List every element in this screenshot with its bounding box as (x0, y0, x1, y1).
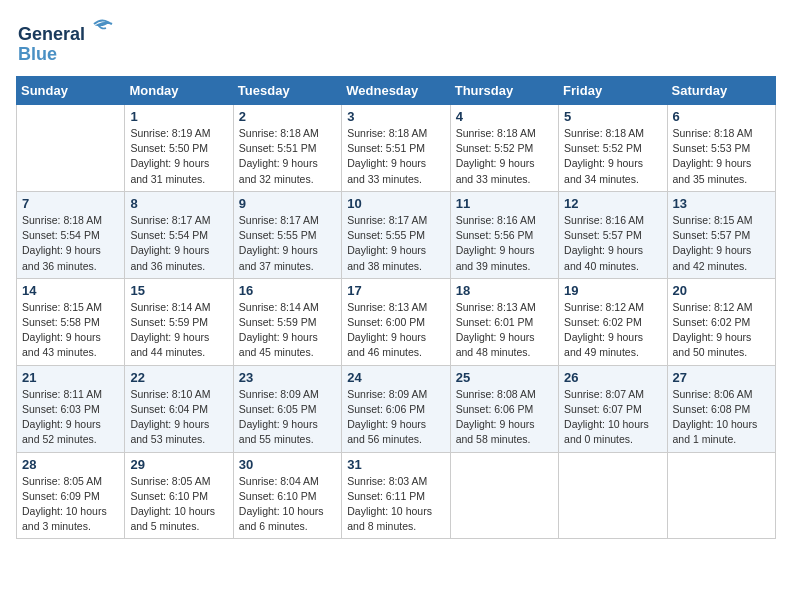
day-info: Sunrise: 8:18 AMSunset: 5:52 PMDaylight:… (456, 126, 553, 187)
day-number: 21 (22, 370, 119, 385)
day-number: 17 (347, 283, 444, 298)
cell-w4-d6: 26Sunrise: 8:07 AMSunset: 6:07 PMDayligh… (559, 365, 667, 452)
cell-w1-d1 (17, 105, 125, 192)
logo: General Blue (16, 16, 126, 68)
day-info: Sunrise: 8:18 AMSunset: 5:51 PMDaylight:… (239, 126, 336, 187)
day-number: 2 (239, 109, 336, 124)
day-info: Sunrise: 8:13 AMSunset: 6:01 PMDaylight:… (456, 300, 553, 361)
day-info: Sunrise: 8:18 AMSunset: 5:52 PMDaylight:… (564, 126, 661, 187)
day-number: 11 (456, 196, 553, 211)
week-row-3: 14Sunrise: 8:15 AMSunset: 5:58 PMDayligh… (17, 278, 776, 365)
cell-w2-d1: 7Sunrise: 8:18 AMSunset: 5:54 PMDaylight… (17, 191, 125, 278)
cell-w3-d4: 17Sunrise: 8:13 AMSunset: 6:00 PMDayligh… (342, 278, 450, 365)
day-info: Sunrise: 8:17 AMSunset: 5:55 PMDaylight:… (347, 213, 444, 274)
day-info: Sunrise: 8:19 AMSunset: 5:50 PMDaylight:… (130, 126, 227, 187)
day-number: 18 (456, 283, 553, 298)
header-tuesday: Tuesday (233, 77, 341, 105)
day-info: Sunrise: 8:12 AMSunset: 6:02 PMDaylight:… (564, 300, 661, 361)
cell-w3-d3: 16Sunrise: 8:14 AMSunset: 5:59 PMDayligh… (233, 278, 341, 365)
day-info: Sunrise: 8:05 AMSunset: 6:09 PMDaylight:… (22, 474, 119, 535)
cell-w2-d4: 10Sunrise: 8:17 AMSunset: 5:55 PMDayligh… (342, 191, 450, 278)
logo-svg: General Blue (16, 16, 126, 68)
day-number: 15 (130, 283, 227, 298)
week-row-2: 7Sunrise: 8:18 AMSunset: 5:54 PMDaylight… (17, 191, 776, 278)
cell-w5-d2: 29Sunrise: 8:05 AMSunset: 6:10 PMDayligh… (125, 452, 233, 539)
cell-w2-d7: 13Sunrise: 8:15 AMSunset: 5:57 PMDayligh… (667, 191, 775, 278)
header-saturday: Saturday (667, 77, 775, 105)
day-number: 30 (239, 457, 336, 472)
day-number: 27 (673, 370, 770, 385)
day-number: 12 (564, 196, 661, 211)
day-info: Sunrise: 8:18 AMSunset: 5:53 PMDaylight:… (673, 126, 770, 187)
day-number: 23 (239, 370, 336, 385)
day-number: 9 (239, 196, 336, 211)
day-info: Sunrise: 8:09 AMSunset: 6:05 PMDaylight:… (239, 387, 336, 448)
cell-w4-d7: 27Sunrise: 8:06 AMSunset: 6:08 PMDayligh… (667, 365, 775, 452)
cell-w4-d1: 21Sunrise: 8:11 AMSunset: 6:03 PMDayligh… (17, 365, 125, 452)
day-info: Sunrise: 8:16 AMSunset: 5:56 PMDaylight:… (456, 213, 553, 274)
header-sunday: Sunday (17, 77, 125, 105)
day-number: 1 (130, 109, 227, 124)
day-number: 24 (347, 370, 444, 385)
day-number: 22 (130, 370, 227, 385)
cell-w4-d4: 24Sunrise: 8:09 AMSunset: 6:06 PMDayligh… (342, 365, 450, 452)
week-row-1: 1Sunrise: 8:19 AMSunset: 5:50 PMDaylight… (17, 105, 776, 192)
day-number: 6 (673, 109, 770, 124)
cell-w2-d6: 12Sunrise: 8:16 AMSunset: 5:57 PMDayligh… (559, 191, 667, 278)
cell-w5-d4: 31Sunrise: 8:03 AMSunset: 6:11 PMDayligh… (342, 452, 450, 539)
cell-w1-d5: 4Sunrise: 8:18 AMSunset: 5:52 PMDaylight… (450, 105, 558, 192)
cell-w1-d4: 3Sunrise: 8:18 AMSunset: 5:51 PMDaylight… (342, 105, 450, 192)
day-number: 26 (564, 370, 661, 385)
cell-w2-d3: 9Sunrise: 8:17 AMSunset: 5:55 PMDaylight… (233, 191, 341, 278)
day-number: 7 (22, 196, 119, 211)
day-number: 10 (347, 196, 444, 211)
day-info: Sunrise: 8:17 AMSunset: 5:55 PMDaylight:… (239, 213, 336, 274)
cell-w5-d1: 28Sunrise: 8:05 AMSunset: 6:09 PMDayligh… (17, 452, 125, 539)
week-row-5: 28Sunrise: 8:05 AMSunset: 6:09 PMDayligh… (17, 452, 776, 539)
day-number: 14 (22, 283, 119, 298)
day-number: 31 (347, 457, 444, 472)
cell-w4-d5: 25Sunrise: 8:08 AMSunset: 6:06 PMDayligh… (450, 365, 558, 452)
day-info: Sunrise: 8:14 AMSunset: 5:59 PMDaylight:… (130, 300, 227, 361)
day-info: Sunrise: 8:17 AMSunset: 5:54 PMDaylight:… (130, 213, 227, 274)
cell-w3-d7: 20Sunrise: 8:12 AMSunset: 6:02 PMDayligh… (667, 278, 775, 365)
day-number: 19 (564, 283, 661, 298)
cell-w1-d6: 5Sunrise: 8:18 AMSunset: 5:52 PMDaylight… (559, 105, 667, 192)
cell-w5-d7 (667, 452, 775, 539)
day-number: 29 (130, 457, 227, 472)
cell-w1-d7: 6Sunrise: 8:18 AMSunset: 5:53 PMDaylight… (667, 105, 775, 192)
calendar-table: SundayMondayTuesdayWednesdayThursdayFrid… (16, 76, 776, 539)
day-info: Sunrise: 8:05 AMSunset: 6:10 PMDaylight:… (130, 474, 227, 535)
cell-w3-d5: 18Sunrise: 8:13 AMSunset: 6:01 PMDayligh… (450, 278, 558, 365)
svg-text:General: General (18, 24, 85, 44)
day-info: Sunrise: 8:04 AMSunset: 6:10 PMDaylight:… (239, 474, 336, 535)
day-number: 20 (673, 283, 770, 298)
cell-w2-d2: 8Sunrise: 8:17 AMSunset: 5:54 PMDaylight… (125, 191, 233, 278)
day-number: 28 (22, 457, 119, 472)
day-info: Sunrise: 8:16 AMSunset: 5:57 PMDaylight:… (564, 213, 661, 274)
day-info: Sunrise: 8:13 AMSunset: 6:00 PMDaylight:… (347, 300, 444, 361)
cell-w3-d1: 14Sunrise: 8:15 AMSunset: 5:58 PMDayligh… (17, 278, 125, 365)
cell-w1-d2: 1Sunrise: 8:19 AMSunset: 5:50 PMDaylight… (125, 105, 233, 192)
cell-w5-d6 (559, 452, 667, 539)
day-info: Sunrise: 8:18 AMSunset: 5:51 PMDaylight:… (347, 126, 444, 187)
day-info: Sunrise: 8:10 AMSunset: 6:04 PMDaylight:… (130, 387, 227, 448)
cell-w3-d2: 15Sunrise: 8:14 AMSunset: 5:59 PMDayligh… (125, 278, 233, 365)
day-info: Sunrise: 8:07 AMSunset: 6:07 PMDaylight:… (564, 387, 661, 448)
header-wednesday: Wednesday (342, 77, 450, 105)
day-number: 25 (456, 370, 553, 385)
day-info: Sunrise: 8:18 AMSunset: 5:54 PMDaylight:… (22, 213, 119, 274)
header-thursday: Thursday (450, 77, 558, 105)
day-number: 3 (347, 109, 444, 124)
cell-w4-d2: 22Sunrise: 8:10 AMSunset: 6:04 PMDayligh… (125, 365, 233, 452)
header-friday: Friday (559, 77, 667, 105)
day-info: Sunrise: 8:11 AMSunset: 6:03 PMDaylight:… (22, 387, 119, 448)
day-info: Sunrise: 8:12 AMSunset: 6:02 PMDaylight:… (673, 300, 770, 361)
day-info: Sunrise: 8:06 AMSunset: 6:08 PMDaylight:… (673, 387, 770, 448)
day-info: Sunrise: 8:09 AMSunset: 6:06 PMDaylight:… (347, 387, 444, 448)
cell-w1-d3: 2Sunrise: 8:18 AMSunset: 5:51 PMDaylight… (233, 105, 341, 192)
svg-text:Blue: Blue (18, 44, 57, 64)
cell-w2-d5: 11Sunrise: 8:16 AMSunset: 5:56 PMDayligh… (450, 191, 558, 278)
day-info: Sunrise: 8:15 AMSunset: 5:58 PMDaylight:… (22, 300, 119, 361)
day-info: Sunrise: 8:08 AMSunset: 6:06 PMDaylight:… (456, 387, 553, 448)
